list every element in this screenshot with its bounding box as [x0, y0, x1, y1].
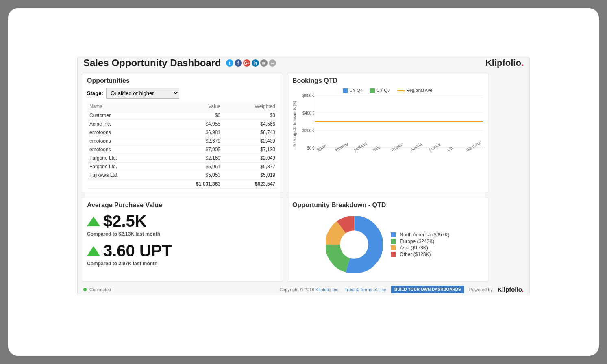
triangle-up-icon — [87, 217, 100, 226]
apv-card: Average Purchase Value $2.5K Compared to… — [82, 197, 283, 282]
dashboard-header: Sales Opportunity Dashboard t f G+ in ✉ … — [78, 57, 529, 73]
breakdown-title: Opportunity Breakdown - QTD — [292, 202, 483, 209]
col-weighted: Weighted — [223, 102, 278, 111]
trust-link[interactable]: Trust & Terms of Use — [344, 287, 386, 292]
upt-compare: Compared to 2.97K last month — [87, 261, 278, 266]
upt-value: 3.60 UPT — [103, 242, 172, 260]
table-row: emotoons$2,679$2,409 — [87, 137, 278, 145]
bookings-ylabel: Bookings $Thousands (K) — [292, 95, 297, 153]
googleplus-icon[interactable]: G+ — [243, 59, 250, 67]
build-button[interactable]: BUILD YOUR OWN DASHBOARDS — [391, 286, 464, 293]
bookings-xticks: SpainNorwayHollandItalyRussiaAustriaFran… — [315, 148, 483, 153]
company-link[interactable]: Klipfolio Inc. — [315, 287, 339, 292]
col-value: Value — [160, 102, 223, 111]
opportunities-card: Opportunities Stage: Qualified or higher… — [82, 73, 283, 193]
footer-brand-logo: Klipfolio. — [498, 286, 524, 293]
opportunities-table: Name Value Weighted Customer$0$0Acme Inc… — [87, 102, 278, 188]
app-window: Sales Opportunity Dashboard t f G+ in ✉ … — [8, 8, 599, 356]
table-row: Fargone Ltd.$2,169$2,049 — [87, 154, 278, 162]
total-value: $1,031,363 — [160, 180, 223, 188]
svg-point-3 — [333, 223, 376, 266]
bookings-plot: $0K$200K$400K$600K — [315, 95, 483, 148]
page-title: Sales Opportunity Dashboard — [83, 57, 221, 69]
apv-value: $2.5K — [103, 212, 147, 230]
opportunities-title: Opportunities — [87, 77, 278, 84]
dashboard: Sales Opportunity Dashboard t f G+ in ✉ … — [77, 57, 530, 295]
card-grid: Opportunities Stage: Qualified or higher… — [78, 73, 529, 282]
brand-logo: Klipfolio. — [485, 58, 524, 68]
twitter-icon[interactable]: t — [226, 59, 233, 67]
legend-regional-line — [397, 90, 405, 91]
stage-select[interactable]: Qualified or higher — [106, 88, 179, 99]
stage-filter: Stage: Qualified or higher — [87, 88, 278, 99]
bookings-title: Bookings QTD — [292, 77, 483, 84]
social-icons: t f G+ in ✉ ∞ — [226, 59, 276, 67]
triangle-up-icon — [87, 246, 100, 256]
status-dot-icon — [83, 288, 87, 291]
table-row: Fargone Ltd.$5,961$5,877 — [87, 162, 278, 171]
link-icon[interactable]: ∞ — [269, 59, 276, 67]
col-name: Name — [87, 102, 160, 111]
apv-compare: Compared to $2.13K last month — [87, 231, 278, 237]
breakdown-card: Opportunity Breakdown - QTD North Americ… — [287, 197, 488, 282]
mail-icon[interactable]: ✉ — [260, 59, 268, 67]
table-row: Acme Inc.$4,955$4,566 — [87, 120, 278, 128]
donut-legend-item: Other ($123K) — [391, 251, 449, 257]
donut-legend-item: Europe ($243K) — [391, 238, 449, 244]
donut-legend: North America ($657K)Europe ($243K)Asia … — [391, 231, 449, 258]
donut-chart — [326, 216, 383, 273]
footer: Connected Copyright © 2018 Klipfolio Inc… — [78, 282, 529, 295]
table-row: Fujikawa Ltd.$5,053$5,019 — [87, 171, 278, 180]
donut-legend-item: North America ($657K) — [391, 232, 449, 238]
stage-label: Stage: — [87, 90, 103, 96]
donut-legend-item: Asia ($178K) — [391, 245, 449, 251]
legend-q4-swatch — [343, 88, 348, 93]
facebook-icon[interactable]: f — [235, 59, 242, 67]
bookings-legend: CY Q4 CY Q3 Regional Ave — [292, 88, 483, 93]
table-row: emotoons$6,981$6,743 — [87, 128, 278, 137]
total-weighted: $623,547 — [223, 180, 278, 188]
table-row: Customer$0$0 — [87, 111, 278, 120]
legend-q3-swatch — [370, 88, 375, 93]
table-row: emotoons$7,905$7,130 — [87, 145, 278, 154]
opportunities-body: Customer$0$0Acme Inc.$4,955$4,566emotoon… — [87, 111, 278, 180]
apv-title: Average Purchase Value — [87, 202, 278, 209]
bookings-card: Bookings QTD CY Q4 CY Q3 Regional Ave Bo… — [287, 73, 488, 193]
status-text: Connected — [89, 287, 111, 292]
linkedin-icon[interactable]: in — [252, 59, 259, 67]
